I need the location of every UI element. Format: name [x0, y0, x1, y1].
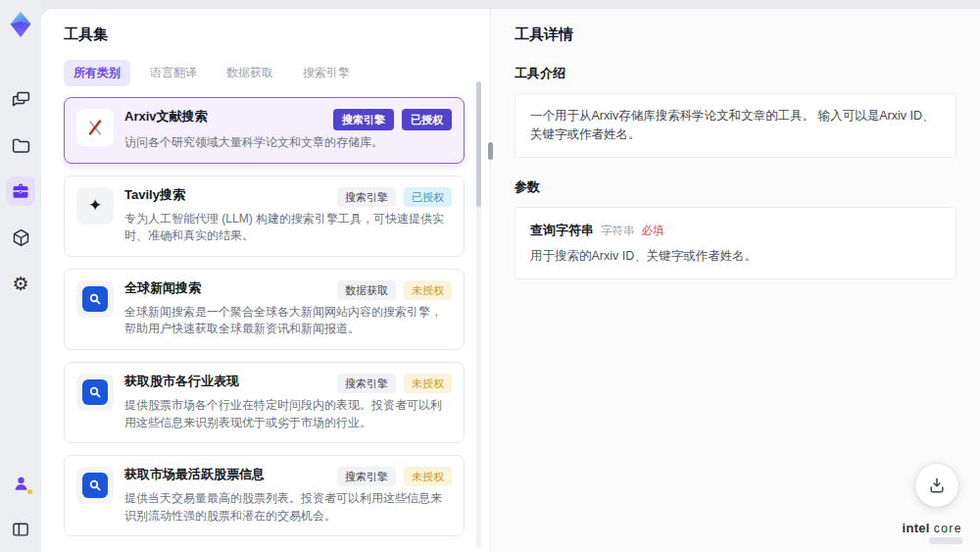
tool-description: 全球新闻搜索是一个聚合全球各大新闻网站内容的搜索引擎，帮助用户快速获取全球最新资… — [124, 304, 452, 338]
tavily-star-icon: ✦ — [76, 187, 114, 225]
intro-box: 一个用于从Arxiv存储库搜索科学论文和文章的工具。 输入可以是Arxiv ID… — [514, 93, 956, 158]
category-badge: 数据获取 — [337, 280, 396, 300]
tool-description: 提供当天交易量最高的股票列表。投资者可以利用这些信息来识别流动性强的股票和潜在的… — [124, 490, 452, 525]
auth-status-badge: 未授权 — [404, 280, 452, 300]
param-box: 查询字符串 字符串 必填 用于搜索的Arxiv ID、关键字或作者姓名。 — [514, 207, 956, 279]
tab-language-translation[interactable]: 语言翻译 — [140, 60, 207, 86]
app-window: ⚙ 工具集 所有类别 语言翻译 数据 — [0, 0, 980, 552]
tool-card-list: Arxiv文献搜索 搜索引擎 已授权 访问各个研究领域大量科学论文和文章的存储库… — [64, 97, 470, 540]
page-title: 工具集 — [64, 25, 470, 44]
tool-details-panel: 工具详情 工具介绍 一个用于从Arxiv存储库搜索科学论文和文章的工具。 输入可… — [490, 9, 980, 552]
arxiv-logo-icon — [76, 109, 114, 146]
nav-package-icon[interactable] — [6, 223, 35, 252]
notification-dot — [27, 489, 32, 494]
download-button[interactable] — [915, 464, 958, 507]
category-badge: 搜索引擎 — [333, 109, 394, 130]
intel-core-logo: intel core — [903, 522, 963, 544]
tool-card-tavily[interactable]: ✦ Tavily搜索 搜索引擎 已授权 专为人工智能代理 (LLM) 构建的搜索… — [64, 176, 465, 257]
tab-all-categories[interactable]: 所有类别 — [64, 60, 130, 86]
nav-folder-icon[interactable] — [6, 130, 35, 160]
blue-search-logo-icon — [76, 467, 114, 504]
blue-search-logo-icon — [76, 280, 114, 318]
tool-description: 访问各个研究领域大量科学论文和文章的存储库。 — [124, 134, 452, 151]
auth-status-badge: 已授权 — [404, 187, 452, 207]
user-avatar-icon[interactable] — [6, 469, 35, 498]
tool-description: 专为人工智能代理 (LLM) 构建的搜索引擎工具，可快速提供实时、准确和真实的结… — [124, 211, 452, 245]
tool-card-arxiv[interactable]: Arxiv文献搜索 搜索引擎 已授权 访问各个研究领域大量科学论文和文章的存储库… — [64, 97, 465, 164]
category-tabs: 所有类别 语言翻译 数据获取 搜索引擎 — [64, 60, 470, 86]
tool-name: 获取股市各行业表现 — [124, 374, 239, 390]
param-required-badge: 必填 — [642, 223, 664, 239]
auth-status-badge: 未授权 — [404, 467, 452, 486]
intro-heading: 工具介绍 — [514, 65, 956, 82]
tool-card-global-news[interactable]: 全球新闻搜索 数据获取 未授权 全球新闻搜索是一个聚合全球各大新闻网站内容的搜索… — [64, 269, 465, 350]
content-surface: 工具集 所有类别 语言翻译 数据获取 搜索引擎 — [41, 8, 980, 552]
list-scrollbar-thumb[interactable] — [476, 81, 481, 207]
tool-card-sector-performance[interactable]: 获取股市各行业表现 搜索引擎 未授权 提供股票市场各个行业在特定时间段内的表现。… — [64, 362, 465, 443]
tool-card-most-active-stocks[interactable]: 获取市场最活跃股票信息 搜索引擎 未授权 提供当天交易量最高的股票列表。投资者可… — [64, 455, 465, 536]
details-title: 工具详情 — [514, 25, 956, 44]
tool-name: Arxiv文献搜索 — [124, 109, 208, 125]
tool-name: Tavily搜索 — [124, 187, 185, 204]
nav-toolbox-icon[interactable] — [6, 176, 35, 206]
panel-toggle-icon[interactable] — [6, 515, 35, 544]
core-wordmark: core — [934, 522, 962, 535]
nav-chat-icon[interactable] — [6, 84, 35, 114]
category-badge: 搜索引擎 — [337, 187, 396, 207]
blue-search-logo-icon — [76, 374, 114, 411]
tool-list-panel: 工具集 所有类别 语言翻译 数据获取 搜索引擎 — [41, 9, 490, 552]
panel-resize-handle[interactable] — [488, 142, 493, 160]
category-badge: 搜索引擎 — [337, 467, 396, 486]
param-type: 字符串 — [601, 223, 635, 239]
nav-settings-icon[interactable]: ⚙ — [6, 269, 35, 298]
category-badge: 搜索引擎 — [337, 374, 396, 393]
app-logo-icon — [7, 10, 34, 39]
intel-ultra-badge — [929, 537, 962, 544]
auth-status-badge: 已授权 — [402, 109, 452, 130]
param-name: 查询字符串 — [530, 221, 594, 240]
param-description: 用于搜索的Arxiv ID、关键字或作者姓名。 — [530, 247, 941, 266]
tab-search-engine[interactable]: 搜索引擎 — [293, 60, 360, 86]
intro-text: 一个用于从Arxiv存储库搜索科学论文和文章的工具。 输入可以是Arxiv ID… — [530, 109, 935, 141]
tool-description: 提供股票市场各个行业在特定时间段内的表现。投资者可以利用这些信息来识别表现优于或… — [124, 397, 452, 431]
intel-wordmark: intel — [903, 521, 930, 535]
content-shell: 工具集 所有类别 语言翻译 数据获取 搜索引擎 — [41, 0, 980, 552]
tool-name: 获取市场最活跃股票信息 — [124, 467, 265, 483]
params-heading: 参数 — [514, 178, 956, 196]
tab-data-retrieval[interactable]: 数据获取 — [217, 60, 283, 86]
auth-status-badge: 未授权 — [404, 374, 452, 393]
tool-name: 全球新闻搜索 — [124, 280, 201, 297]
left-rail: ⚙ — [0, 0, 41, 552]
